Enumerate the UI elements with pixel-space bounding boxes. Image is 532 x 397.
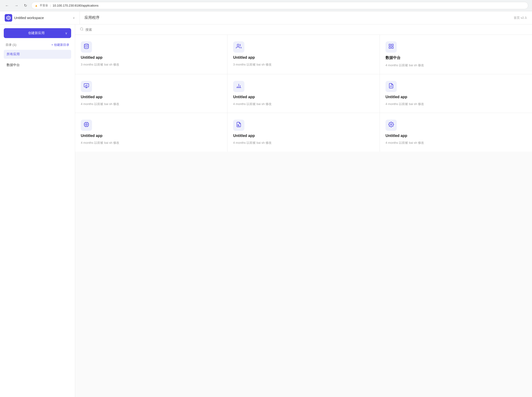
app-icon-wrapper bbox=[233, 81, 245, 92]
security-warning-icon: ▲ bbox=[35, 4, 38, 7]
app-name: Untitled app bbox=[81, 134, 222, 138]
directory-title: 目录 (1) bbox=[6, 43, 16, 47]
app-meta: 4 months 以前被 bai sh 修改 bbox=[385, 141, 526, 145]
svg-rect-9 bbox=[391, 47, 393, 48]
workspace-area: Untitled workspace ∨ bbox=[5, 11, 80, 24]
svg-rect-6 bbox=[389, 44, 391, 46]
app-card[interactable]: Untitled app 4 months 以前被 bai sh 修改 bbox=[75, 113, 227, 151]
database-icon bbox=[84, 43, 89, 50]
sidebar: 创建新应用 ∨ 目录 (1) + 创建新目录 所有应用 数据中台 bbox=[0, 25, 75, 397]
app-icon-wrapper bbox=[385, 120, 397, 131]
svg-point-2 bbox=[80, 28, 83, 30]
separator: | bbox=[50, 4, 51, 7]
monitor-icon bbox=[84, 83, 89, 90]
svg-rect-20 bbox=[86, 124, 87, 125]
search-bar bbox=[75, 25, 532, 35]
svg-point-30 bbox=[238, 125, 239, 126]
app-card[interactable]: 数据中台 4 months 以前被 bai sh 修改 bbox=[380, 35, 532, 74]
browser-chrome: ← → ↻ ▲ 不安全 | 10.100.170.230:8180/applic… bbox=[0, 0, 532, 11]
grid-icon bbox=[388, 43, 394, 50]
app-card[interactable]: Untitled app 4 months 以前被 bai sh 修改 bbox=[75, 74, 227, 113]
app-icon-wrapper bbox=[385, 41, 397, 53]
create-app-button[interactable]: 创建新应用 ∨ bbox=[4, 28, 71, 38]
app-name: Untitled app bbox=[81, 56, 222, 60]
top-header: Untitled workspace ∨ 应用程序 首页 v2.3. bbox=[0, 11, 532, 25]
version-text: 首页 v2.3. bbox=[514, 16, 527, 20]
app-name: Untitled app bbox=[233, 56, 374, 60]
cpu-icon bbox=[84, 122, 89, 129]
workspace-chevron-icon[interactable]: ∨ bbox=[73, 16, 75, 19]
svg-line-3 bbox=[82, 30, 83, 31]
search-input[interactable] bbox=[86, 28, 527, 31]
app-meta: 3 months 以前被 bai sh 修改 bbox=[233, 62, 374, 67]
app-meta: 4 months 以前被 bai sh 修改 bbox=[385, 102, 526, 106]
app-meta: 4 months 以前被 bai sh 修改 bbox=[233, 102, 374, 106]
create-app-chevron-icon: ∨ bbox=[65, 31, 67, 35]
app-meta: 4 months 以前被 bai sh 修改 bbox=[81, 102, 222, 106]
svg-point-5 bbox=[237, 44, 239, 46]
apps-grid: Untitled app 3 months 以前被 bai sh 修改 Unti… bbox=[75, 35, 532, 151]
workspace-name: Untitled workspace bbox=[14, 16, 71, 20]
sidebar-item-data-center[interactable]: 数据中台 bbox=[4, 61, 71, 69]
content-area: Untitled app 3 months 以前被 bai sh 修改 Unti… bbox=[75, 25, 532, 397]
page-title: 应用程序 bbox=[85, 15, 99, 20]
back-button[interactable]: ← bbox=[4, 3, 10, 9]
app-icon-wrapper bbox=[233, 120, 245, 131]
app-meta: 3 months 以前被 bai sh 修改 bbox=[81, 62, 222, 67]
directory-section: 目录 (1) + 创建新目录 所有应用 数据中台 bbox=[4, 42, 71, 69]
app-container: Untitled workspace ∨ 应用程序 首页 v2.3. 创建新应用… bbox=[0, 11, 532, 397]
workspace-logo bbox=[5, 14, 12, 22]
app-name: Untitled app bbox=[385, 95, 526, 99]
header-content: 应用程序 首页 v2.3. bbox=[80, 15, 527, 20]
search-doc-icon bbox=[236, 122, 242, 129]
app-card[interactable]: Untitled app 3 months 以前被 bai sh 修改 bbox=[75, 35, 227, 74]
sidebar-item-all-apps-label: 所有应用 bbox=[6, 52, 20, 56]
app-name: Untitled app bbox=[81, 95, 222, 99]
chart-icon bbox=[236, 83, 242, 90]
file-chart-icon bbox=[388, 83, 394, 90]
search-icon bbox=[80, 27, 84, 32]
forward-button[interactable]: → bbox=[13, 3, 20, 9]
url-text: 10.100.170.230:8180/applications bbox=[53, 4, 98, 7]
app-meta: 4 months 以前被 bai sh 修改 bbox=[385, 63, 526, 68]
app-meta: 4 months 以前被 bai sh 修改 bbox=[233, 141, 374, 145]
directory-header: 目录 (1) + 创建新目录 bbox=[4, 42, 71, 48]
svg-point-4 bbox=[84, 44, 89, 45]
app-meta: 4 months 以前被 bai sh 修改 bbox=[81, 141, 222, 145]
app-card[interactable]: Untitled app 4 months 以前被 bai sh 修改 bbox=[380, 113, 532, 151]
app-name: Untitled app bbox=[233, 95, 374, 99]
create-directory-button[interactable]: + 创建新目录 bbox=[51, 43, 69, 47]
settings-icon bbox=[388, 122, 394, 129]
app-icon-wrapper bbox=[385, 81, 397, 92]
app-card[interactable]: Untitled app 4 months 以前被 bai sh 修改 bbox=[227, 74, 380, 113]
refresh-button[interactable]: ↻ bbox=[23, 2, 28, 9]
create-app-label: 创建新应用 bbox=[7, 31, 65, 35]
app-icon-wrapper bbox=[81, 81, 92, 92]
svg-rect-21 bbox=[85, 123, 88, 126]
sidebar-item-data-center-label: 数据中台 bbox=[6, 63, 20, 67]
svg-marker-1 bbox=[7, 17, 10, 19]
app-name: 数据中台 bbox=[385, 56, 526, 60]
sidebar-item-all-apps[interactable]: 所有应用 bbox=[4, 50, 71, 59]
app-icon-wrapper bbox=[233, 41, 245, 53]
app-icon-wrapper bbox=[81, 41, 92, 53]
svg-rect-7 bbox=[391, 44, 393, 46]
svg-line-31 bbox=[239, 126, 239, 126]
app-name: Untitled app bbox=[233, 134, 374, 138]
svg-point-32 bbox=[391, 124, 392, 125]
svg-rect-8 bbox=[389, 47, 391, 48]
main-layout: 创建新应用 ∨ 目录 (1) + 创建新目录 所有应用 数据中台 bbox=[0, 25, 532, 397]
app-card[interactable]: Untitled app 4 months 以前被 bai sh 修改 bbox=[227, 113, 380, 151]
insecure-label: 不安全 bbox=[40, 4, 48, 7]
users-icon bbox=[236, 43, 242, 50]
address-bar[interactable]: ▲ 不安全 | 10.100.170.230:8180/applications bbox=[31, 2, 528, 9]
app-icon-wrapper bbox=[81, 120, 92, 131]
app-name: Untitled app bbox=[385, 134, 526, 138]
app-card[interactable]: Untitled app 4 months 以前被 bai sh 修改 bbox=[380, 74, 532, 113]
app-card[interactable]: Untitled app 3 months 以前被 bai sh 修改 bbox=[227, 35, 380, 74]
